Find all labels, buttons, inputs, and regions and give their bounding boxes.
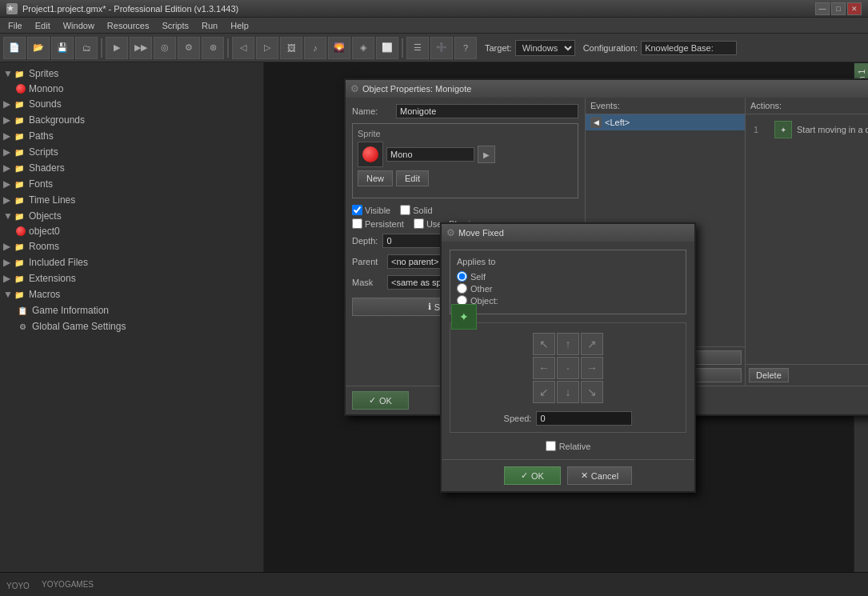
tb-open[interactable]: 📂 xyxy=(27,37,50,59)
dir-downleft[interactable]: ↙ xyxy=(533,381,555,403)
knowledge-base-input[interactable] xyxy=(641,41,737,55)
menu-bar: File Edit Window Resources Scripts Run H… xyxy=(0,18,868,34)
menu-resources[interactable]: Resources xyxy=(102,19,154,32)
menu-edit[interactable]: Edit xyxy=(30,19,55,32)
event-item-left[interactable]: ◀ <Left> xyxy=(586,114,745,130)
other-radio[interactable] xyxy=(457,283,467,294)
checkmark-icon: ✓ xyxy=(369,395,376,406)
folder-icon: 📁 xyxy=(13,288,26,301)
sidebar-item-scripts[interactable]: ▶ 📁 Scripts xyxy=(0,144,263,160)
sidebar-item-gameglobal[interactable]: ⚙ Global Game Settings xyxy=(0,318,263,334)
object-radio-row[interactable]: Object: xyxy=(457,295,679,306)
tb-add[interactable]: ➕ xyxy=(430,37,453,59)
persistent-checkbox-row[interactable]: Persistent xyxy=(352,218,404,229)
sprite-btn-row: New Edit xyxy=(358,170,573,186)
sidebar-label-monono: Monono xyxy=(29,83,63,94)
visible-checkbox[interactable] xyxy=(352,205,362,215)
mfd-cancel-label: Cancel xyxy=(591,471,618,481)
speed-input[interactable] xyxy=(536,411,632,426)
tb-save[interactable]: 💾 xyxy=(51,37,74,59)
dir-right[interactable]: → xyxy=(581,357,603,379)
tb-bg[interactable]: 🌄 xyxy=(328,37,350,59)
sidebar-item-backgrounds[interactable]: ▶ 📁 Backgrounds xyxy=(0,112,263,128)
expand-icon: ▶ xyxy=(3,194,11,206)
maximize-button[interactable]: □ xyxy=(831,2,846,15)
tb-back[interactable]: ◁ xyxy=(232,37,254,59)
tb-help2[interactable]: ? xyxy=(454,37,477,59)
tb-play2[interactable]: ▶▶ xyxy=(130,37,152,59)
dir-center[interactable]: · xyxy=(557,357,579,379)
sidebar-item-sprites[interactable]: ▼ 📁 Sprites xyxy=(0,66,263,82)
relative-checkbox[interactable] xyxy=(546,441,556,451)
minimize-button[interactable]: — xyxy=(815,2,830,15)
ok-button[interactable]: ✓ OK xyxy=(352,391,409,410)
other-radio-row[interactable]: Other xyxy=(457,283,679,294)
title-bar: ★ Project1.project.gmx* - Professional E… xyxy=(0,0,868,18)
sidebar-item-gameinfo[interactable]: 📋 Game Information xyxy=(0,302,263,318)
tb-forward[interactable]: ▷ xyxy=(256,37,278,59)
uses-physics-checkbox[interactable] xyxy=(414,218,424,229)
edit-sprite-button[interactable]: Edit xyxy=(396,170,429,186)
sidebar-item-included[interactable]: ▶ 📁 Included Files xyxy=(0,254,263,270)
dir-up[interactable]: ↑ xyxy=(557,333,579,355)
sidebar-item-objects[interactable]: ▼ 📁 Objects xyxy=(0,208,263,224)
menu-help[interactable]: Help xyxy=(226,19,254,32)
sprite-browse-button[interactable]: ▶ xyxy=(478,146,495,163)
other-label: Other xyxy=(470,284,493,294)
sidebar-item-fonts[interactable]: ▶ 📁 Fonts xyxy=(0,176,263,192)
tb-room[interactable]: ⬜ xyxy=(376,37,398,59)
name-input[interactable] xyxy=(396,104,578,118)
dir-upleft[interactable]: ↖ xyxy=(533,333,555,355)
solid-checkbox-row[interactable]: Solid xyxy=(400,205,432,215)
mfd-cancel-button[interactable]: ✕ Cancel xyxy=(567,466,632,485)
menu-run[interactable]: Run xyxy=(197,19,222,32)
persistent-checkbox[interactable] xyxy=(352,218,362,229)
tb-list[interactable]: ☰ xyxy=(406,37,429,59)
object-icon xyxy=(16,226,26,236)
tb-obj[interactable]: ◈ xyxy=(352,37,374,59)
visible-label: Visible xyxy=(365,206,390,215)
solid-checkbox[interactable] xyxy=(400,205,410,215)
menu-window[interactable]: Window xyxy=(58,19,99,32)
tb-new[interactable]: 📄 xyxy=(3,37,26,59)
tb-debug[interactable]: ⚙ xyxy=(178,37,200,59)
tb-stop[interactable]: ⊛ xyxy=(202,37,224,59)
sidebar-item-monono[interactable]: Monono xyxy=(0,82,263,96)
sidebar-item-macros[interactable]: ▼ 📁 Macros xyxy=(0,286,263,302)
sidebar-item-paths[interactable]: ▶ 📁 Paths xyxy=(0,128,263,144)
mfd-ok-button[interactable]: ✓ OK xyxy=(504,466,561,485)
tb-sound[interactable]: ♪ xyxy=(304,37,326,59)
action-item-1[interactable]: 1 ✦ Start moving in a direction xyxy=(749,118,868,142)
sprite-name-input[interactable] xyxy=(386,147,474,162)
sidebar-item-extensions[interactable]: ▶ 📁 Extensions xyxy=(0,270,263,286)
menu-file[interactable]: File xyxy=(3,19,27,32)
sprite-preview xyxy=(358,142,383,167)
sidebar-item-sounds[interactable]: ▶ 📁 Sounds xyxy=(0,96,263,112)
tb-step[interactable]: ◎ xyxy=(154,37,176,59)
tb-play[interactable]: ▶ xyxy=(106,37,128,59)
dir-downright[interactable]: ↘ xyxy=(581,381,603,403)
visible-checkbox-row[interactable]: Visible xyxy=(352,205,390,215)
applies-to-box: Applies to Self Other Object: xyxy=(450,250,686,314)
sidebar-item-shaders[interactable]: ▶ 📁 Shaders xyxy=(0,160,263,176)
sidebar-item-rooms[interactable]: ▶ 📁 Rooms xyxy=(0,238,263,254)
close-button[interactable]: ✕ xyxy=(847,2,862,15)
sidebar-item-object0[interactable]: object0 xyxy=(0,224,263,238)
move-fixed-dialog: ⚙ Move Fixed Applies to Self Other xyxy=(440,222,696,493)
config-section: Configuration: xyxy=(583,41,738,55)
tb-sprite[interactable]: 🖼 xyxy=(280,37,302,59)
dir-left[interactable]: ← xyxy=(533,357,555,379)
expand-icon: ▶ xyxy=(3,241,11,252)
tb-save-all[interactable]: 🗂 xyxy=(75,37,98,59)
self-radio-row[interactable]: Self xyxy=(457,271,679,282)
sidebar-label-macros: Macros xyxy=(29,289,60,300)
menu-scripts[interactable]: Scripts xyxy=(157,19,194,32)
dir-upright[interactable]: ↗ xyxy=(581,333,603,355)
window-controls: — □ ✕ xyxy=(815,2,862,15)
dir-down[interactable]: ↓ xyxy=(557,381,579,403)
target-select[interactable]: Windows xyxy=(515,40,575,56)
new-sprite-button[interactable]: New xyxy=(358,170,393,186)
sidebar-item-timelines[interactable]: ▶ 📁 Time Lines xyxy=(0,192,263,208)
delete-action-button[interactable]: Delete xyxy=(749,368,789,382)
self-radio[interactable] xyxy=(457,271,467,282)
